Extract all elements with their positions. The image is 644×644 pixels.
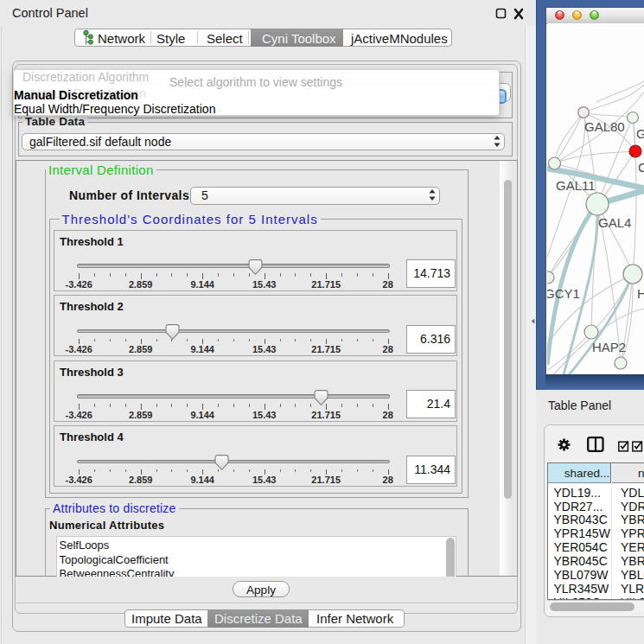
svg-text:GAL80: GAL80 (584, 119, 625, 134)
svg-text:HAP2: HAP2 (592, 340, 626, 354)
svg-text:GAL11: GAL11 (556, 178, 596, 193)
svg-text:G: G (636, 126, 644, 141)
svg-text:GAL4: GAL4 (598, 215, 631, 230)
svg-text:C: C (638, 160, 644, 175)
svg-text:H: H (637, 286, 644, 301)
svg-text:GCY1: GCY1 (547, 286, 580, 301)
